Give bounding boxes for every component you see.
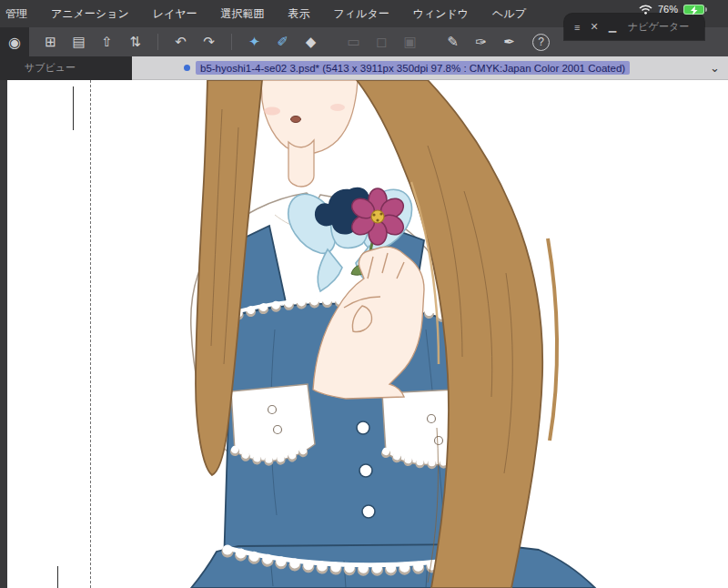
- panel-menu-icon[interactable]: ≡: [574, 22, 580, 33]
- menu-item-view[interactable]: 表示: [277, 0, 322, 27]
- menu-item-filter[interactable]: フィルター: [322, 0, 401, 27]
- eyedropper-button[interactable]: ✐: [270, 30, 295, 55]
- docbar-collapse-chevron-icon[interactable]: ⌄: [710, 61, 720, 75]
- vest-button: [357, 421, 369, 434]
- select-wand-button[interactable]: ✦: [242, 30, 267, 55]
- vest-button: [359, 464, 372, 477]
- subview-panel-header: サブビュー: [0, 56, 132, 80]
- redo-button[interactable]: ↷: [197, 30, 221, 55]
- canvas-area[interactable]: [0, 80, 728, 588]
- toolbar-divider: [231, 34, 232, 50]
- menu-item-selection[interactable]: 選択範囲: [209, 0, 277, 27]
- battery-charging-icon: [683, 5, 704, 15]
- pen-correct-button[interactable]: ✎: [440, 30, 465, 55]
- rect-select-button[interactable]: ▭: [341, 30, 366, 55]
- panel-minimize-icon[interactable]: ▁: [609, 21, 616, 33]
- brush-correct-button[interactable]: ✑: [469, 30, 493, 55]
- page-margin-guide: [90, 80, 91, 588]
- menu-item-window[interactable]: ウィンドウ: [401, 0, 480, 27]
- character-face: [261, 80, 358, 187]
- battery-percent-label: 76%: [658, 4, 678, 15]
- navigator-panel-title: ナビゲーター: [628, 20, 689, 34]
- document-bar: サブビュー b5-hyoshi1-4-se02 3.psd* (5413 x 3…: [0, 56, 728, 80]
- canvas-edge-line-top: [73, 86, 74, 130]
- menu-item-animation[interactable]: アニメーション: [39, 0, 141, 27]
- save-export-button[interactable]: ⇧: [95, 30, 119, 55]
- toolbar-divider: [157, 34, 158, 50]
- navigator-panel-header: ≡ ✕ ▁ ナビゲーター: [564, 14, 704, 40]
- canvas-size-button[interactable]: ⇅: [123, 30, 147, 55]
- status-area: 76%: [639, 2, 704, 16]
- menu-item-manage[interactable]: 管理: [0, 0, 39, 27]
- canvas-edge-line-bottom: [57, 566, 58, 588]
- vest-button: [362, 505, 375, 518]
- crop-button[interactable]: ▣: [398, 30, 422, 55]
- document-tab[interactable]: b5-hyoshi1-4-se02 3.psd* (5413 x 3911px …: [184, 61, 630, 75]
- help-button[interactable]: ?: [532, 34, 550, 51]
- panel-close-icon[interactable]: ✕: [590, 21, 598, 33]
- wifi-icon: [639, 5, 652, 15]
- fill-tool-button[interactable]: ◆: [298, 30, 323, 55]
- menu-item-layer[interactable]: レイヤー: [141, 0, 209, 27]
- menu-item-help[interactable]: ヘルプ: [480, 0, 538, 27]
- open-file-button[interactable]: ▤: [66, 30, 91, 55]
- clip-studio-logo-icon: ◉: [8, 34, 21, 51]
- document-title: b5-hyoshi1-4-se02 3.psd* (5413 x 3911px …: [196, 61, 630, 75]
- clip-studio-logo-button[interactable]: ◉: [0, 27, 29, 56]
- subview-panel-title: サブビュー: [25, 61, 76, 75]
- left-panel-strip: [0, 80, 7, 588]
- canvas-illustration: [0, 80, 728, 588]
- document-modified-dot-icon: [184, 65, 190, 71]
- new-canvas-button[interactable]: ⊞: [38, 30, 63, 55]
- undo-button[interactable]: ↶: [168, 30, 193, 55]
- character-illustration: [191, 80, 595, 588]
- transform-button[interactable]: ◻: [369, 30, 394, 55]
- ink-correct-button[interactable]: ✒: [497, 30, 521, 55]
